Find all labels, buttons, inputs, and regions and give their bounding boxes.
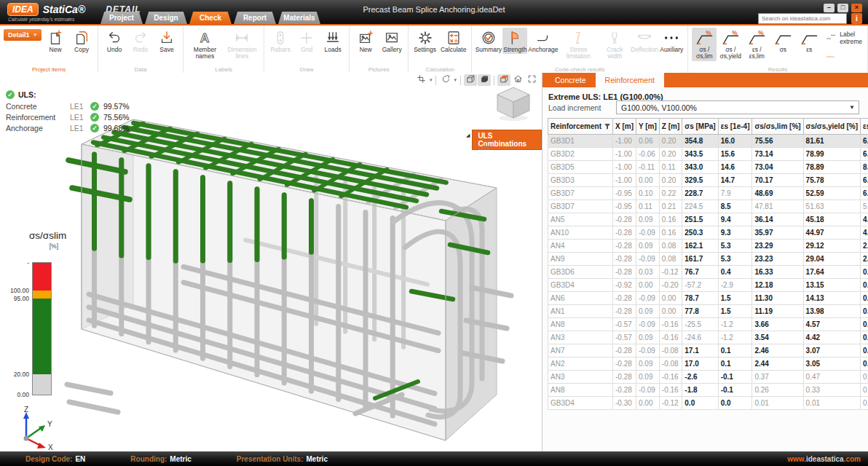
website-link[interactable]: www.ideastatica.com (787, 455, 861, 463)
extreme-line-toggle[interactable] (824, 51, 862, 64)
detail-dropdown-button[interactable]: Detail1▾ (4, 29, 42, 41)
table-row[interactable]: AN1-0.280.090.0077.81.511.1913.980.64✓ (548, 305, 868, 318)
ribbon-item-new[interactable]: New (353, 28, 378, 54)
value-cell: 0.01 (752, 397, 803, 410)
tab-reinforcement[interactable]: Reinforcement (596, 73, 664, 87)
ribbon-item-summary[interactable]: Summary (476, 28, 501, 54)
filter-icon[interactable] (604, 123, 610, 131)
value-cell: 161.7 (682, 253, 718, 266)
minimize-button[interactable]: – (824, 4, 835, 12)
value-cell: 0.65 (861, 292, 868, 305)
value-cell: 77.8 (682, 305, 718, 318)
ribbon-item-member-names[interactable]: AMember names (187, 28, 223, 61)
ribbon-item-auxiliary[interactable]: Auxiliary (659, 28, 684, 54)
table-row[interactable]: AN2-0.280.09-0.0817.00.12.443.050.03✓ (548, 358, 868, 371)
design-code-item[interactable]: Design Code: EN (25, 455, 85, 463)
ribbon-item-s-s-lim[interactable]: %εs /εs,lim (744, 28, 769, 61)
maximize-button[interactable]: □ (837, 4, 848, 12)
ribbon-item-s[interactable]: σs (770, 28, 795, 54)
table-row[interactable]: AN8-0.57-0.09-0.16-25.5-1.23.664.570.44✓ (548, 318, 868, 331)
result-color-scale (32, 262, 52, 395)
tab-check[interactable]: Check (189, 12, 232, 24)
3d-viewport[interactable]: ▾▾ (0, 73, 542, 451)
presentation-units-item[interactable]: Presentation Units: Metric (237, 455, 328, 463)
scale-tick-label: 20.00 (1, 371, 29, 378)
home-button[interactable] (511, 74, 524, 86)
table-row[interactable]: GB3D7-0.950.100.22228.77.948.6952.596.24… (548, 187, 868, 200)
tab-report[interactable]: Report (234, 12, 276, 24)
value-cell: 224.5 (682, 200, 718, 213)
tab-materials[interactable]: Materials (278, 12, 320, 24)
table-row[interactable]: GB3D5-1.00-0.110.11343.014.673.0478.898.… (548, 161, 868, 174)
expand-icon[interactable]: ◢ (466, 133, 470, 138)
ribbon-group-calculation: SettingsCalculateCalculation (409, 25, 472, 73)
ribbon-item-label: σs /σs,lim (696, 47, 713, 60)
solid-cube-button[interactable] (478, 74, 491, 86)
table-row[interactable]: AN3-0.280.09-0.16-2.6-0.10.370.470.04✓ (548, 371, 868, 384)
chevron-down-icon[interactable]: ▾ (454, 77, 457, 83)
ribbon-item-s[interactable]: εs (797, 28, 821, 54)
table-row[interactable]: GB3D1-1.000.060.20354.816.075.5681.616.7… (548, 135, 868, 148)
table-row[interactable]: AN10-0.28-0.090.16250.39.335.9744.974.19… (548, 226, 868, 240)
ribbon-group-label: Calculation (409, 66, 471, 73)
ribbon-item-settings[interactable]: Settings (412, 28, 438, 54)
value-cell: 0.44 (861, 318, 868, 331)
fullscreen-button[interactable] (525, 74, 538, 86)
value-cell: 8.69 (861, 161, 868, 174)
ribbon-item-s-s-yield[interactable]: %σs /σs,yield (718, 28, 743, 61)
table-row[interactable]: AN3-0.570.09-0.16-24.6-1.23.544.420.43✓ (548, 331, 868, 344)
info-button[interactable]: i (851, 13, 862, 24)
value-cell: 3.07 (803, 344, 860, 358)
rounding-item[interactable]: Rounding: Metric (130, 455, 191, 463)
wire-cube-button[interactable] (464, 74, 477, 86)
ribbon-item-s-s-lim[interactable]: %σs /σs,lim (692, 28, 717, 61)
toolbar-divider (494, 76, 494, 85)
value-cell: 15.6 (718, 148, 752, 161)
ribbon-group-label: Results (688, 66, 867, 73)
value-cell: 6.70 (861, 135, 868, 148)
tab-design[interactable]: Design (145, 12, 187, 24)
table-row[interactable]: GB3D4-0.300.00-0.120.00.00.010.010.00✓ (548, 397, 868, 410)
check-icon: ✓ (90, 124, 99, 133)
ribbon-item-loads[interactable]: Loads (320, 28, 345, 54)
value-cell: 14.13 (803, 292, 860, 305)
crop-button[interactable] (415, 74, 428, 86)
table-row[interactable]: GB3D4-0.920.00-0.20-57.2-2.912.1813.150.… (548, 279, 868, 292)
crop-icon (417, 74, 426, 87)
ribbon-item-strength[interactable]: Strength (502, 28, 527, 54)
value-cell: 0.01 (803, 397, 860, 410)
table-row[interactable]: GB3D2-1.00-0.060.20343.515.673.1478.996.… (548, 148, 868, 161)
ribbon-item-new[interactable]: New (43, 28, 68, 54)
table-row[interactable]: AN6-0.28-0.090.0078.71.511.3014.130.65✓ (548, 292, 868, 305)
table-row[interactable]: GB3D6-0.280.03-0.1276.70.416.3317.640.35… (548, 266, 868, 279)
table-row[interactable]: AN8-0.28-0.09-0.16-1.8-0.10.260.330.03✓ (548, 384, 868, 397)
coordinate-cell: 0.06 (636, 135, 660, 148)
ribbon-item-undo[interactable]: Undo (102, 28, 127, 54)
ribbon-item-save[interactable]: Save (154, 28, 179, 54)
scale-segment (33, 374, 51, 395)
table-row[interactable]: AN7-0.28-0.09-0.0817.10.12.463.070.03✓ (548, 344, 868, 358)
navigation-cube[interactable] (492, 84, 534, 122)
ribbon-item-label: σs /σs,yield (720, 47, 741, 60)
orbit-button[interactable] (439, 74, 452, 86)
table-row[interactable]: AN9-0.28-0.090.08161.75.323.2329.042.33✓ (548, 253, 868, 266)
x-axis-label: X (48, 443, 53, 450)
table-row[interactable]: AN5-0.280.090.16251.59.436.1445.184.21✓ (548, 213, 868, 226)
table-row[interactable]: GB3D3-1.000.000.20329.514.770.1775.786.3… (548, 174, 868, 187)
label-extreme-toggle[interactable]: Label extreme (824, 31, 862, 45)
tab-concrete[interactable]: Concrete (545, 73, 596, 87)
ribbon-item-anchorage[interactable]: Anchorage (529, 28, 557, 54)
chevron-down-icon[interactable]: ▾ (430, 77, 433, 83)
ribbon-item-gallery[interactable]: Gallery (379, 28, 404, 54)
load-increment-select[interactable]: G100.00%, V100.00% ▼ (616, 100, 859, 114)
ribbon-item-copy[interactable]: Copy (69, 28, 94, 54)
table-row[interactable]: GB3D7-0.950.110.21224.58.547.8151.635.34… (548, 200, 868, 213)
section-cube-button[interactable] (497, 74, 510, 86)
reinforcement-name-cell: AN10 (548, 226, 613, 240)
ribbon-item-calculate[interactable]: Calculate (439, 28, 467, 54)
close-button[interactable]: × (851, 4, 862, 12)
reinforcement-name-cell: GB3D4 (548, 279, 613, 292)
table-row[interactable]: AN4-0.280.090.08162.15.323.2929.122.34✓ (548, 240, 868, 253)
tab-project[interactable]: Project (100, 12, 143, 24)
search-input[interactable] (758, 13, 847, 24)
